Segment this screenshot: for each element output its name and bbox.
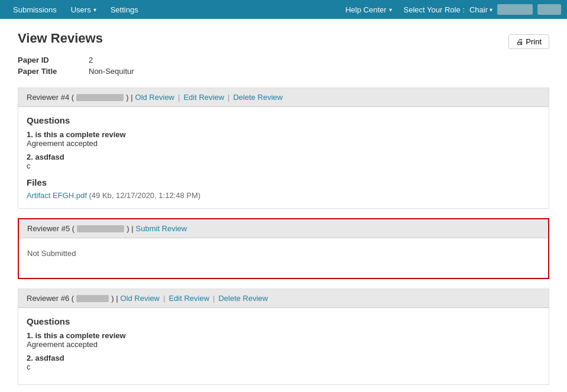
reviewer-6-delete-review-link[interactable]: Delete Review [218,294,268,303]
navbar-left: Submissions Users ▾ Settings [6,2,145,18]
reviewer-4-question-1: 1. is this a complete review Agreement a… [27,130,540,148]
role-chevron-icon: ▾ [490,7,493,13]
user-avatar [497,4,533,15]
reviewer-4-section: Reviewer #4 ( ) | Old Review | Edit Revi… [18,88,549,209]
paper-title-value: Non-Sequitur [89,67,134,76]
reviewer-6-edit-review-link[interactable]: Edit Review [169,294,209,303]
user-avatar2 [537,4,561,15]
reviewer-6-questions-title: Questions [27,316,540,326]
reviewer-6-body: Questions 1. is this a complete review A… [18,308,549,385]
reviewer-5-redacted [77,225,124,232]
reviewer-5-body: Not Submitted [19,238,548,268]
reviewer-6-old-review-link[interactable]: Old Review [121,294,160,303]
reviewer-4-questions-title: Questions [27,115,540,125]
reviewer-4-old-review-link[interactable]: Old Review [135,93,174,102]
reviewer-6-redacted [76,295,109,302]
nav-users[interactable]: Users ▾ [64,2,103,18]
paper-id-label: Paper ID [18,56,89,64]
reviewer-6-header: Reviewer #6 ( ) | Old Review | Edit Revi… [18,289,549,308]
reviewer-4-edit-review-link[interactable]: Edit Review [183,93,224,102]
reviewer-6-section: Reviewer #6 ( ) | Old Review | Edit Revi… [18,289,549,385]
reviewer-6-question-2: 2. asdfasd c [27,354,540,371]
nav-submissions[interactable]: Submissions [6,2,64,18]
paper-meta: Paper ID 2 Paper Title Non-Sequitur [18,56,549,76]
artifact-efgh-link[interactable]: Artifact EFGH.pdf [27,191,87,200]
nav-settings[interactable]: Settings [103,2,145,18]
nav-help-center[interactable]: Help Center ▾ [338,2,398,18]
users-chevron-icon: ▾ [93,7,96,13]
reviewer-4-body: Questions 1. is this a complete review A… [18,107,549,209]
page-title: View Reviews [18,31,103,46]
select-role-label: Select Your Role : [404,5,465,14]
reviewer-4-question-2: 2. asdfasd c [27,153,540,170]
reviewer-5-section: Reviewer #5 ( ) | Submit Review Not Subm… [18,218,549,279]
navbar: Submissions Users ▾ Settings Help Center… [0,0,567,19]
reviewer-5-submit-review-link[interactable]: Submit Review [136,224,187,233]
reviewer-4-delete-review-link[interactable]: Delete Review [233,93,283,102]
help-chevron-icon: ▾ [389,7,392,13]
reviewer-4-file-1: Artifact EFGH.pdf (49 Kb, 12/17/2020, 1:… [27,191,540,200]
reviewer-6-question-1: 1. is this a complete review Agreement a… [27,331,540,349]
paper-title-label: Paper Title [18,67,89,76]
reviewer-4-files-title: Files [27,177,540,187]
navbar-right: Help Center ▾ Select Your Role : Chair ▾ [338,2,561,18]
paper-id-row: Paper ID 2 [18,56,549,64]
paper-id-value: 2 [89,56,93,64]
main-content: View Reviews 🖨 Print Paper ID 2 Paper Ti… [0,19,567,392]
reviewer-5-header: Reviewer #5 ( ) | Submit Review [19,219,548,238]
paper-title-row: Paper Title Non-Sequitur [18,67,549,76]
not-submitted-text: Not Submitted [27,244,540,263]
reviewer-4-header: Reviewer #4 ( ) | Old Review | Edit Revi… [18,88,549,107]
page-wrapper: View Reviews 🖨 Print Paper ID 2 Paper Ti… [0,19,567,392]
reviewer-4-redacted [76,94,124,101]
print-button[interactable]: 🖨 Print [508,34,549,49]
role-selector[interactable]: Chair ▾ [469,5,493,14]
